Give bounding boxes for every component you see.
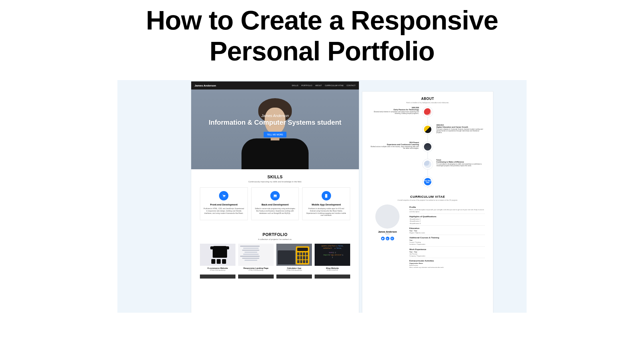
github-icon[interactable] <box>390 237 394 240</box>
hero-cta-button[interactable]: TELL ME MORE <box>264 132 286 137</box>
about-timeline: 1995-2008 Early Passion for Technology S… <box>370 107 485 188</box>
preview-canvas: James Anderson SKILLS PORTFOLIO ABOUT CU… <box>117 80 527 313</box>
timeline-title: Higher Education and Career Growth <box>436 126 485 128</box>
skill-desc: Skilled in server-side programming using… <box>254 207 297 214</box>
portfolio-heading: PORTFOLIO <box>195 232 356 237</box>
hero: James Anderson Information & Computer Sy… <box>191 89 359 169</box>
cv-profile-text: Here's a brief description of yourself, … <box>410 209 485 213</box>
portfolio-tech: HTML/CSS/Bootstrap <box>238 269 274 271</box>
portfolio-item[interactable]: Calculator App HTML/CSS/JavaScript <box>276 244 312 271</box>
timeline-text: Pursued a degree in Computer Science, le… <box>436 128 483 133</box>
cv-edu-line: Degree / Diploma name <box>410 232 485 234</box>
nav-about[interactable]: ABOUT <box>315 84 322 86</box>
skills-header: SKILLS Continuously improving my skills … <box>191 169 359 185</box>
cv-social-row <box>370 237 405 240</box>
cv-work-line: Company / Organisation <box>410 255 485 257</box>
linkedin-icon[interactable] <box>386 237 389 240</box>
timeline-dot-icon <box>423 124 433 134</box>
avatar <box>375 204 399 229</box>
cv-heading: CURRICULUM VITAE <box>370 195 485 198</box>
cv-role: Student <box>370 233 405 235</box>
thumb-ecommerce <box>200 244 235 266</box>
about-sub: Here's a timeline of my background, educ… <box>370 102 485 104</box>
skill-card-backend: Back-end Development Skilled in server-s… <box>251 187 299 220</box>
portfolio-tech: HTML/CSS/PHP <box>315 269 350 271</box>
thumb-blog: update_interface = false, setDefault = f… <box>315 244 350 266</box>
timeline-item: 2014-Present Experience and Continuous L… <box>370 142 485 159</box>
hero-subtitle: Information & Computer Systems student <box>191 119 359 126</box>
about-heading: ABOUT <box>370 97 485 101</box>
timeline-item: 1995-2008 Early Passion for Technology S… <box>370 107 485 124</box>
skills-heading: SKILLS <box>195 175 356 179</box>
cart-icon <box>219 191 228 200</box>
portfolio-page-preview: James Anderson SKILLS PORTFOLIO ABOUT CU… <box>191 81 359 313</box>
timeline-dot-icon <box>423 107 433 117</box>
portfolio-tech: HTML/CSS/JavaScript <box>276 269 312 271</box>
skills-grid: Front-end Development Proficient in HTML… <box>191 185 359 227</box>
timeline-item: 2008-2014 Higher Education and Career Gr… <box>370 124 485 142</box>
skills-sub: Continuously improving my skills and kno… <box>195 181 356 183</box>
nav-portfolio[interactable]: PORTFOLIO <box>302 84 313 86</box>
nav-links: SKILLS PORTFOLIO ABOUT CURRICULUM VITAE … <box>292 84 356 86</box>
nav-skills[interactable]: SKILLS <box>292 84 298 86</box>
cv-body: James Anderson Student Profile Here's a … <box>370 204 485 269</box>
cv-course-line: Institution / Organisation <box>410 243 485 245</box>
portfolio-header: PORTFOLIO A collection of projects I've … <box>191 227 359 242</box>
portfolio-item[interactable]: Responsive Landing Page HTML/CSS/Bootstr… <box>238 244 274 271</box>
skill-title: Mobile App Development <box>305 203 348 206</box>
timeline-item: Future Continuing to Make a Difference I… <box>370 159 485 177</box>
timeline-final-dot: Your Next Hire <box>423 177 433 187</box>
timeline-title: Experience and Continuous Learning <box>370 143 419 145</box>
about-cv-page-preview: ABOUT Here's a timeline of my background… <box>362 92 493 313</box>
skill-card-mobile: Mobile App Development Proficient in dev… <box>302 187 350 220</box>
cv-qual-item: A qualification 3 <box>410 223 485 225</box>
cv-section-title: Additional Courses & Training <box>410 236 485 239</box>
portfolio-row-2-peek <box>191 273 359 279</box>
portfolio-sub: A collection of projects I've worked on. <box>195 238 356 240</box>
timeline-dot-icon <box>423 142 433 152</box>
thumb-landing <box>238 244 274 266</box>
timeline-text: Worked across multiple roles in the indu… <box>371 146 419 149</box>
cv-sidebar: James Anderson Student <box>370 204 405 269</box>
cv-section-title: Work Experience <box>410 248 485 250</box>
skill-title: Front-end Development <box>202 203 246 206</box>
thumb-calculator <box>276 244 312 266</box>
cv-main: Profile Here's a brief description of yo… <box>410 204 485 269</box>
brand[interactable]: James Anderson <box>195 84 216 87</box>
skill-desc: Proficient in HTML, CSS, and JavaScript.… <box>202 207 246 214</box>
hero-name: James Anderson <box>191 114 359 118</box>
cv-extra-line: Here, include any volunteer and extracur… <box>410 266 485 268</box>
portfolio-item[interactable]: E-commerce Website HTML/CSS/JavaScript <box>200 244 235 271</box>
mobile-icon <box>322 191 331 200</box>
cv-section-title: Profile <box>410 206 485 208</box>
timeline-text: Showed early interest in computers and s… <box>374 111 419 114</box>
cv-section-title: Extracurricular Activities <box>410 259 485 262</box>
cv-sub: A small snapshot of some of the projects… <box>370 199 485 201</box>
timeline-title: Continuing to Make a Difference <box>436 161 485 163</box>
portfolio-title: Blog Website <box>315 267 350 269</box>
portfolio-item[interactable]: update_interface = false, setDefault = f… <box>315 244 350 271</box>
portfolio-tech: HTML/CSS/JavaScript <box>200 269 235 271</box>
portfolio-title: E-commerce Website <box>200 267 235 269</box>
page-title: How to Create a Responsive Personal Port… <box>87 5 557 67</box>
skill-desc: Proficient in developing mobile apps for… <box>305 207 348 217</box>
timeline-dot-icon <box>423 159 433 169</box>
skill-card-frontend: Front-end Development Proficient in HTML… <box>200 187 248 220</box>
laptop-icon <box>270 191 280 200</box>
twitter-icon[interactable] <box>381 237 385 240</box>
timeline-end: Your Next Hire <box>370 177 485 188</box>
timeline-text: I'm committed to leveraging my skills an… <box>436 163 482 167</box>
cv-name: James Anderson <box>370 231 405 233</box>
portfolio-title: Calculator App <box>276 267 312 269</box>
timeline-title: Early Passion for Technology <box>370 109 419 111</box>
skill-title: Back-end Development <box>254 203 297 206</box>
navbar: James Anderson SKILLS PORTFOLIO ABOUT CU… <box>191 81 359 89</box>
nav-contact[interactable]: CONTACT <box>346 84 356 86</box>
cv-section-title: Education <box>410 227 485 229</box>
portfolio-grid: E-commerce Website HTML/CSS/JavaScript R… <box>191 242 359 271</box>
nav-cv[interactable]: CURRICULUM VITAE <box>325 84 343 86</box>
portfolio-title: Responsive Landing Page <box>238 267 274 269</box>
cv-section-title: Highlights of Qualifications <box>410 215 485 218</box>
